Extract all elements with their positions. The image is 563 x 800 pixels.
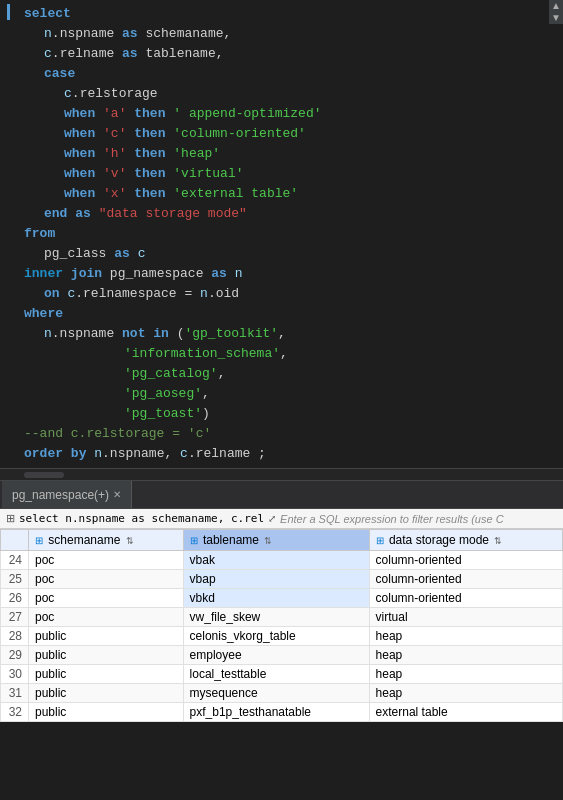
- tablename-sort-icon[interactable]: ⇅: [264, 536, 272, 546]
- cell-storage-mode: heap: [369, 627, 562, 646]
- code-token: 'gp_toolkit': [184, 326, 278, 341]
- code-token: ,: [223, 26, 231, 41]
- code-token: "data storage mode": [99, 206, 247, 221]
- filter-expand-icon: ⤢: [268, 513, 276, 524]
- horizontal-scrollbar-thumb[interactable]: [24, 472, 64, 478]
- code-line: order by n.nspname, c.relname ;: [0, 444, 563, 464]
- code-line: case: [0, 64, 563, 84]
- row-number: 24: [1, 551, 29, 570]
- tab-close-icon[interactable]: ✕: [113, 489, 121, 500]
- line-content: case: [16, 64, 555, 84]
- scroll-up-button[interactable]: ▲: [549, 0, 563, 12]
- line-content: n.nspname not in ('gp_toolkit',: [16, 324, 555, 344]
- code-line: --and c.relstorage = 'c': [0, 424, 563, 444]
- code-token: .: [52, 26, 60, 41]
- line-content: 'pg_toast'): [16, 404, 555, 424]
- code-line: 'pg_catalog',: [0, 364, 563, 384]
- row-number: 30: [1, 665, 29, 684]
- filter-bar: ⊞ select n.nspname as schemaname, c.rel …: [0, 509, 563, 529]
- schemaname-col-icon: ⊞: [35, 535, 43, 546]
- horizontal-scrollbar-area[interactable]: [0, 469, 563, 481]
- cell-tablename: celonis_vkorg_table: [183, 627, 369, 646]
- cell-storage-mode: external table: [369, 703, 562, 722]
- line-content: inner join pg_namespace as n: [16, 264, 555, 284]
- row-number: 29: [1, 646, 29, 665]
- code-token: join: [71, 266, 102, 281]
- code-line: when 'v' then 'virtual': [0, 164, 563, 184]
- tab-pg-namespace[interactable]: pg_namespace(+) ✕: [2, 481, 132, 508]
- col-header-mode[interactable]: ⊞ data storage mode ⇅: [369, 530, 562, 551]
- code-token: 'column-oriented': [173, 126, 306, 141]
- table-row[interactable]: 24pocvbakcolumn-oriented: [1, 551, 563, 570]
- tab-bar: pg_namespace(+) ✕: [0, 481, 563, 509]
- table-row[interactable]: 32publicpxf_b1p_testhanatableexternal ta…: [1, 703, 563, 722]
- code-token: then: [134, 106, 165, 121]
- code-token: as: [122, 46, 138, 61]
- cell-storage-mode: virtual: [369, 608, 562, 627]
- code-token: 'c': [103, 126, 126, 141]
- line-content: 'pg_aoseg',: [16, 384, 555, 404]
- table-row[interactable]: 29publicemployeeheap: [1, 646, 563, 665]
- code-line: from: [0, 224, 563, 244]
- code-token: n: [44, 326, 52, 341]
- code-line: when 'c' then 'column-oriented': [0, 124, 563, 144]
- code-token: [95, 106, 103, 121]
- code-token: 'heap': [173, 146, 220, 161]
- code-line: on c.relnamespace = n.oid: [0, 284, 563, 304]
- code-token: when: [64, 166, 95, 181]
- code-token: [114, 26, 122, 41]
- code-token: pg_namespace: [110, 266, 204, 281]
- col-header-tablename[interactable]: ⊞ tablename ⇅: [183, 530, 369, 551]
- code-token: n: [200, 286, 208, 301]
- results-table: ⊞ schemaname ⇅ ⊞ tablename ⇅ ⊞ data stor…: [0, 529, 563, 722]
- code-token: then: [134, 126, 165, 141]
- table-row[interactable]: 28publiccelonis_vkorg_tableheap: [1, 627, 563, 646]
- code-token: 'pg_aoseg': [124, 386, 202, 401]
- code-token: .nspname,: [102, 446, 180, 461]
- mode-sort-icon[interactable]: ⇅: [494, 536, 502, 546]
- schemaname-col-label: schemaname: [48, 533, 120, 547]
- code-token: order: [24, 446, 63, 461]
- table-row[interactable]: 25pocvbapcolumn-oriented: [1, 570, 563, 589]
- code-token: n: [44, 26, 52, 41]
- table-row[interactable]: 31publicmysequenceheap: [1, 684, 563, 703]
- code-line: when 'a' then ' append-optimized': [0, 104, 563, 124]
- table-row[interactable]: 26pocvbkdcolumn-oriented: [1, 589, 563, 608]
- line-content: pg_class as c: [16, 244, 555, 264]
- code-token: ,: [280, 346, 288, 361]
- line-content: when 'c' then 'column-oriented': [16, 124, 555, 144]
- code-token: when: [64, 186, 95, 201]
- main-container: selectn.nspname as schemaname,c.relname …: [0, 0, 563, 722]
- cell-storage-mode: column-oriented: [369, 589, 562, 608]
- code-token: [95, 126, 103, 141]
- row-number: 27: [1, 608, 29, 627]
- code-token: relstorage: [80, 86, 158, 101]
- line-content: when 'h' then 'heap': [16, 144, 555, 164]
- table-row[interactable]: 30publiclocal_testtableheap: [1, 665, 563, 684]
- cell-tablename: vbak: [183, 551, 369, 570]
- code-line: c.relstorage: [0, 84, 563, 104]
- cell-tablename: vw_file_skew: [183, 608, 369, 627]
- mode-col-icon: ⊞: [376, 535, 384, 546]
- filter-placeholder[interactable]: Enter a SQL expression to filter results…: [280, 513, 504, 525]
- code-token: .nspname: [52, 326, 122, 341]
- code-token: c: [64, 86, 72, 101]
- code-token: [91, 206, 99, 221]
- code-token: where: [24, 306, 63, 321]
- cell-schemaname: public: [29, 665, 184, 684]
- code-token: 'pg_toast': [124, 406, 202, 421]
- code-token: 'external table': [173, 186, 298, 201]
- code-token: 'x': [103, 186, 126, 201]
- cell-tablename: vbap: [183, 570, 369, 589]
- code-token: end: [44, 206, 67, 221]
- cell-storage-mode: heap: [369, 665, 562, 684]
- col-header-schemaname[interactable]: ⊞ schemaname ⇅: [29, 530, 184, 551]
- table-row[interactable]: 27pocvw_file_skewvirtual: [1, 608, 563, 627]
- scroll-down-button[interactable]: ▼: [549, 12, 563, 24]
- code-token: ' append-optimized': [173, 106, 321, 121]
- line-indicator: [7, 4, 10, 20]
- code-line: 'pg_toast'): [0, 404, 563, 424]
- code-token: ,: [278, 326, 286, 341]
- code-token: then: [134, 146, 165, 161]
- schemaname-sort-icon[interactable]: ⇅: [126, 536, 134, 546]
